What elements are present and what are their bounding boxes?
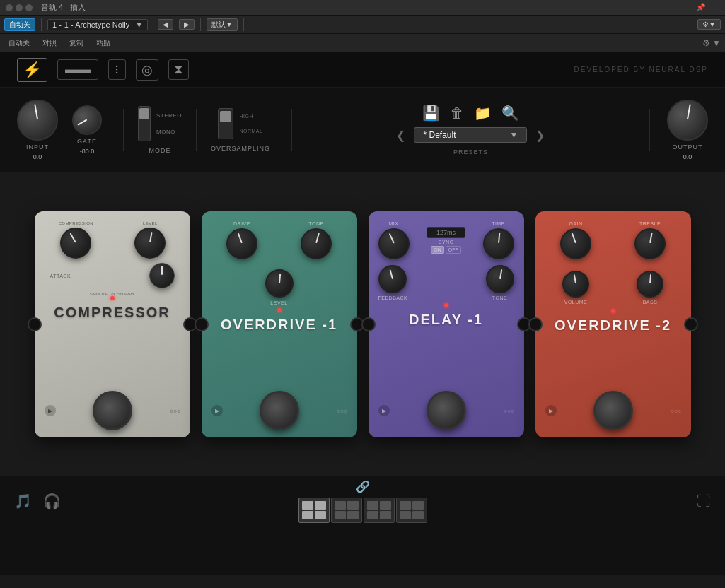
auto-off-btn[interactable]: 自动关 [4,18,35,31]
track-number: 1 - [52,20,62,29]
bottom-left-icons: 🎵 🎧 [14,493,61,510]
output-knob-container: OUTPUT 0.0 [667,100,708,160]
od1-level-knob[interactable] [265,269,294,298]
title-bar: 音轨 4 - 插入 📌 — [0,0,725,16]
dl1-play-icon: ▶ [382,408,386,414]
od2-play-btn[interactable]: ▶ [545,405,557,416]
board-btn-2[interactable] [331,498,362,523]
copy-btn[interactable]: 复制 [65,37,88,49]
od1-drive-label: DRIVE [233,221,250,226]
mode-toggle[interactable] [138,106,151,141]
plugin-nav-power-icon[interactable]: ⚡ [17,58,47,82]
bd9 [367,501,378,510]
dl-feedback-knob[interactable] [378,265,407,293]
dl-tone-label: TONe [492,295,507,300]
oversample-high: HIGH [239,114,262,119]
board-btn-1[interactable] [298,498,330,523]
sync-off-btn[interactable]: OFF [446,246,461,254]
headphone-icon[interactable]: 🎧 [43,493,61,510]
plugin-nav-eq-icon[interactable]: ▬▬ [57,59,98,80]
dl1-foot-knob[interactable] [427,391,466,430]
default-btn[interactable]: 默认▼ [207,18,238,31]
bd8 [347,511,359,519]
snappy-icon: ⚙ [111,291,115,296]
plugin-nav-icons: ⚡ ▬▬ ⫶ ◎ ⧗ [17,58,189,82]
od1-play-btn[interactable]: ▶ [211,405,223,416]
preset-next-btn[interactable]: ❯ [533,129,547,142]
contrast-btn[interactable]: 对照 [38,37,61,49]
sep2 [200,18,201,31]
minimize-icon[interactable]: — [712,3,719,12]
controls-row: INPUT 0.0 GATE -80.0 STEREO MONO M [0,88,725,172]
preset-search-icon[interactable]: 🔍 [501,105,519,122]
overdrive1-pedal: DRIVE TONE LEVEL OVE [202,211,357,437]
window-controls[interactable] [6,4,33,11]
od2-bass-wrap: BASS [637,271,663,305]
dl-tone-knob[interactable] [486,265,514,293]
comp-compression-wrap: COMPRESSION [59,221,93,259]
paste-btn[interactable]: 粘贴 [92,37,115,49]
auto-label-btn[interactable]: 自动关 [4,37,34,49]
od2-volume-knob[interactable] [562,271,589,298]
board-btn-4[interactable] [396,498,427,523]
dl-time-knob[interactable] [483,228,514,259]
comp-level-wrap: LEVEL [134,221,166,259]
track-name-selector[interactable]: 1 - 1 - Archetype Nolly ▼ [47,19,148,30]
preset-import-icon[interactable]: 📁 [474,105,492,122]
od1-drive-knob[interactable] [226,228,257,259]
dl1-footer: ▶ ⚙⚙⚙ [378,391,514,430]
comp-play-btn[interactable]: ▶ [45,405,56,416]
od1-play-icon: ▶ [215,408,219,414]
od2-treble-knob[interactable] [634,228,666,259]
comp-level-knob[interactable] [134,228,166,259]
bd3 [302,511,313,519]
od2-gain-knob[interactable] [560,228,591,259]
bd11 [367,511,378,519]
preset-delete-icon[interactable]: 🗑 [450,105,464,122]
od2-cable-left [528,317,543,331]
board-buttons [298,498,427,523]
sync-on-btn[interactable]: ON [431,246,444,254]
bd16 [412,511,424,519]
fullscreen-icon[interactable]: ⛶ [697,493,711,510]
comp-attack-label: ATTACK [50,274,71,278]
nav-back-btn[interactable]: ◀ [158,19,173,30]
bd6 [347,501,359,510]
plugin-nav-meter-icon[interactable]: ⧗ [168,59,189,80]
gear-settings-btn[interactable]: ⚙▼ [697,19,721,30]
od1-tone-label: TONE [308,221,323,226]
vsep1 [123,109,124,151]
dl1-play-btn[interactable]: ▶ [378,405,390,416]
od1-foot-knob[interactable] [260,391,299,430]
od1-cable-left [195,317,209,331]
preset-save-icon[interactable]: 💾 [422,105,440,122]
input-knob[interactable] [17,100,58,141]
pin-icon[interactable]: 📌 [696,3,706,12]
bd13 [400,501,411,510]
board-btn-3[interactable] [364,498,395,523]
toolbar2-gear[interactable]: ⚙ ▼ [702,38,721,48]
dl-mix-knob[interactable] [378,228,410,259]
input-knob-container: INPUT 0.0 [17,100,58,160]
output-knob[interactable] [667,100,708,141]
od2-bass-knob[interactable] [637,271,663,298]
od2-foot-knob[interactable] [593,391,633,430]
preset-prev-btn[interactable]: ❮ [393,129,408,142]
od2-led [611,309,615,313]
comp-compression-label: COMPRESSION [59,221,93,225]
tuner-icon[interactable]: 🎵 [14,493,32,510]
nav-fwd-btn[interactable]: ▶ [179,19,195,30]
comp-attack-knob[interactable] [149,263,175,288]
oversampling-toggle[interactable] [218,108,233,139]
preset-dropdown[interactable]: * Default ▼ [414,127,527,143]
plugin-nav-mixer-icon[interactable]: ⫶ [108,59,126,80]
od1-tone-knob[interactable] [301,228,332,259]
track-dropdown-arrow[interactable]: ▼ [135,20,143,29]
dl-feedback-wrap: FeedbacK [378,265,408,300]
dl-mix-label: MIX [389,221,399,226]
mode-stereo: STEREO [156,112,182,119]
gate-knob[interactable] [72,105,102,135]
comp-compression-knob[interactable] [60,228,91,259]
plugin-nav-tuner-icon[interactable]: ◎ [136,59,158,81]
comp-foot-knob[interactable] [93,391,132,430]
